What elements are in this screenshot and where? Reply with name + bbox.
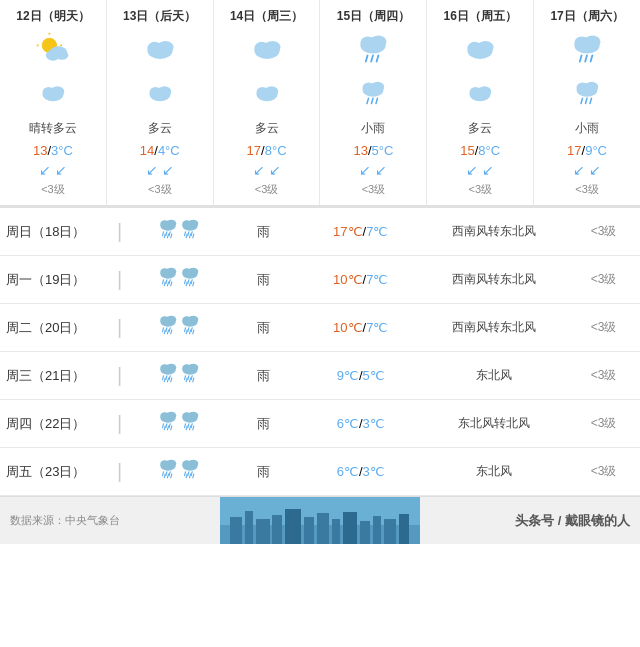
ext-date: 周四（22日） — [0, 400, 109, 448]
svg-line-112 — [169, 376, 170, 380]
temp-low: 4°C — [158, 143, 180, 158]
ext-icons — [130, 208, 227, 256]
ext-level: <3级 — [567, 400, 640, 448]
svg-line-140 — [186, 426, 187, 430]
svg-line-51 — [586, 98, 588, 103]
ext-icons — [130, 448, 227, 496]
svg-line-141 — [189, 426, 190, 430]
ext-desc: 雨 — [227, 304, 300, 352]
svg-line-102 — [187, 328, 188, 332]
svg-line-106 — [192, 330, 193, 334]
svg-line-52 — [590, 98, 592, 103]
bottom-weather-icon — [538, 78, 636, 114]
temp-low: 8°C — [265, 143, 287, 158]
svg-point-19 — [264, 41, 280, 54]
svg-point-100 — [188, 316, 198, 324]
svg-line-77 — [164, 282, 165, 286]
top-weather-icon — [218, 31, 316, 74]
svg-line-130 — [169, 424, 170, 428]
svg-line-57 — [165, 232, 166, 236]
day-col-0: 12日（明天） 晴转多云 13/3°C ↙ ↙ <3级 — [0, 0, 107, 205]
svg-line-50 — [581, 98, 583, 103]
svg-line-139 — [191, 424, 192, 428]
svg-line-87 — [189, 282, 190, 286]
wind-arrows: ↙ ↙ — [538, 162, 636, 178]
svg-line-128 — [162, 424, 163, 428]
svg-line-34 — [376, 98, 378, 103]
weather-desc: 小雨 — [324, 120, 422, 137]
svg-line-67 — [191, 232, 192, 236]
ext-icons — [130, 304, 227, 352]
footer-image — [220, 497, 420, 545]
temp-high: 17 — [567, 143, 581, 158]
footer-brand: 头条号 / 戴眼镜的人 — [420, 512, 640, 530]
svg-line-95 — [164, 330, 165, 334]
svg-rect-173 — [373, 516, 381, 545]
svg-line-119 — [184, 376, 185, 380]
day-label: 13日（后天） — [111, 8, 209, 25]
ext-date: 周一（19日） — [0, 256, 109, 304]
wind-arrows: ↙ ↙ — [111, 162, 209, 178]
svg-point-136 — [188, 412, 198, 420]
ext-wind: 东北风 — [421, 352, 567, 400]
svg-point-73 — [166, 268, 176, 276]
top-weather-icon — [538, 31, 636, 74]
wind-level: <3级 — [538, 182, 636, 197]
svg-line-69 — [189, 234, 190, 238]
temp-high: 14 — [140, 143, 154, 158]
temp-range: 17/9°C — [538, 143, 636, 158]
svg-rect-172 — [360, 521, 370, 545]
svg-point-118 — [188, 364, 198, 372]
svg-line-68 — [186, 234, 187, 238]
svg-line-120 — [187, 376, 188, 380]
svg-line-101 — [184, 328, 185, 332]
ext-date: 周日（18日） — [0, 208, 109, 256]
svg-line-33 — [372, 98, 374, 103]
svg-line-160 — [192, 474, 193, 478]
ext-date: 周三（21日） — [0, 352, 109, 400]
svg-point-16 — [157, 86, 171, 97]
temp-high: 13 — [353, 143, 367, 158]
temp-low: 3°C — [51, 143, 73, 158]
footer-source: 数据来源：中央气象台 — [0, 513, 220, 528]
svg-line-110 — [162, 376, 163, 380]
svg-line-59 — [164, 234, 165, 238]
svg-line-97 — [170, 330, 171, 334]
svg-rect-169 — [317, 513, 329, 545]
temp-range: 13/3°C — [4, 143, 102, 158]
svg-line-96 — [167, 330, 168, 334]
svg-line-28 — [377, 55, 379, 61]
svg-rect-168 — [304, 517, 314, 545]
wind-arrows: ↙ ↙ — [4, 162, 102, 178]
ext-desc: 雨 — [227, 352, 300, 400]
svg-line-156 — [187, 472, 188, 476]
ext-temp: 9℃/5℃ — [300, 352, 421, 400]
ext-desc: 雨 — [227, 256, 300, 304]
day-label: 15日（周四） — [324, 8, 422, 25]
svg-line-115 — [170, 378, 171, 382]
extended-row: 周日（18日） | — [0, 208, 640, 256]
wind-level: <3级 — [218, 182, 316, 197]
svg-line-151 — [170, 474, 171, 478]
svg-line-155 — [184, 472, 185, 476]
svg-point-127 — [166, 412, 176, 420]
svg-line-65 — [184, 232, 185, 236]
ext-divider: | — [109, 352, 130, 400]
day-label: 12日（明天） — [4, 8, 102, 25]
ext-temp-high: 6℃ — [337, 416, 359, 431]
weather-desc: 晴转多云 — [4, 120, 102, 137]
svg-point-7 — [56, 51, 69, 60]
svg-point-22 — [264, 86, 278, 97]
footer: 数据来源：中央气象台 头条号 / 戴眼镜的人 — [0, 496, 640, 544]
bottom-weather-icon — [431, 78, 529, 114]
day-col-1: 13日（后天） 多云 14/4°C ↙ ↙ <3级 — [107, 0, 214, 205]
day-label: 14日（周三） — [218, 8, 316, 25]
temp-range: 17/8°C — [218, 143, 316, 158]
svg-line-84 — [187, 280, 188, 284]
ext-level: <3级 — [567, 352, 640, 400]
weather-desc: 小雨 — [538, 120, 636, 137]
ext-wind: 西南风转东北风 — [421, 304, 567, 352]
svg-line-142 — [192, 426, 193, 430]
svg-line-103 — [191, 328, 192, 332]
svg-line-147 — [165, 472, 166, 476]
